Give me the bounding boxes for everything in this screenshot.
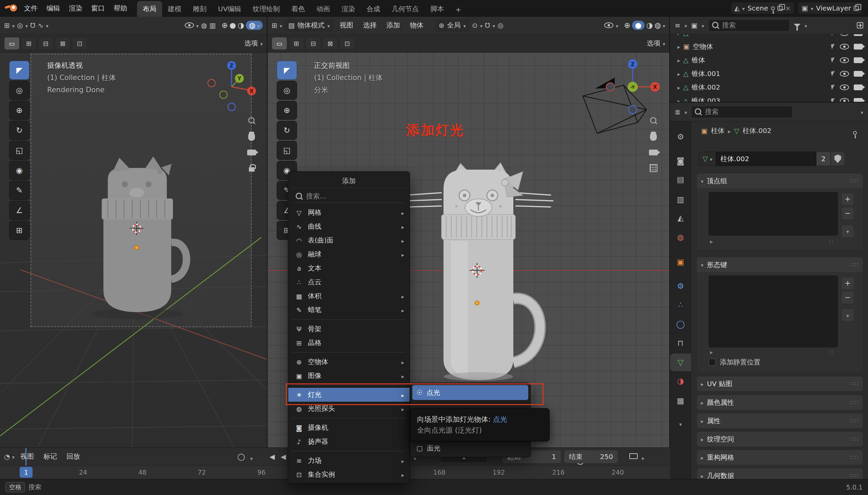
tab-tool[interactable]: ⚙ [670, 128, 691, 146]
selectable-icon[interactable] [831, 98, 836, 102]
menu-item-empty[interactable]: ⊕ 空物体 [288, 355, 410, 369]
add-shape-key-button[interactable]: + [841, 277, 854, 290]
blender-logo-icon[interactable] [5, 4, 17, 12]
select-mode-set-button[interactable]: ▭ [271, 37, 287, 50]
users-count-badge[interactable]: 2 [816, 152, 831, 166]
datablock-name-input[interactable]: 柱体.002 [716, 152, 816, 166]
shape-keys-list[interactable] [709, 275, 838, 347]
tab-scene[interactable]: ◭ [670, 209, 691, 227]
texture-space-panel-header[interactable]: 纹理空间 ∷∷ [697, 431, 863, 446]
tab-compositing[interactable]: 合成 [361, 1, 386, 17]
breadcrumb-data[interactable]: 柱体.002 [743, 126, 772, 135]
disclosure-icon[interactable] [677, 83, 680, 91]
panel-grip-icon[interactable]: ∷∷ [850, 177, 859, 184]
visibility-eye-icon[interactable] [185, 22, 194, 28]
menu-view[interactable]: 视图 [17, 452, 38, 461]
panel-grip-icon[interactable]: ∷∷ [850, 399, 859, 406]
render-visibility-icon[interactable] [854, 44, 863, 50]
select-mode-extend-button[interactable]: ⊞ [288, 37, 304, 50]
menu-help[interactable]: 帮助 [109, 0, 131, 17]
list-filter-expand-icon[interactable]: ▸ [710, 349, 713, 356]
select-mode-intersect-button[interactable]: ⊡ [72, 37, 87, 50]
chevron-down-icon[interactable] [12, 453, 15, 461]
editor-type-3d-icon[interactable]: ⊞ [271, 21, 277, 30]
fake-user-button[interactable] [831, 152, 845, 166]
render-visibility-icon[interactable] [854, 34, 863, 36]
scene-selector[interactable]: ◭ Scene × [731, 2, 795, 14]
tool-move[interactable]: ⊕ [9, 101, 30, 120]
panel-grip-icon[interactable]: ∷∷ [850, 261, 859, 268]
tool-measure[interactable]: ∠ [9, 201, 30, 220]
chevron-down-icon[interactable] [280, 21, 282, 30]
new-collection-icon[interactable] [857, 22, 863, 29]
tab-texture[interactable]: ▦ [670, 392, 691, 410]
tab-render[interactable]: ◙ [670, 152, 691, 170]
tab-world[interactable]: ◍ [670, 228, 691, 246]
close-icon[interactable]: × [785, 4, 791, 12]
list-item-partial[interactable]: △ [670, 34, 868, 40]
falloff-icon[interactable]: ∿ [38, 21, 44, 30]
menu-select[interactable]: 选择 [359, 21, 380, 30]
shading-wireframe-icon[interactable]: ⊕ [222, 21, 228, 30]
menu-item-curve[interactable]: ∿ 曲线 [288, 220, 410, 234]
tool-add-primitive[interactable]: ⊞ [9, 221, 30, 240]
disclosure-icon[interactable] [677, 97, 680, 102]
geometry-data-panel-header[interactable]: 几何数据 ∷∷ [697, 468, 863, 479]
render-visibility-icon[interactable] [854, 57, 863, 63]
shading-wireframe-icon[interactable]: ⊕ [624, 21, 630, 30]
chevron-down-icon[interactable] [493, 21, 495, 30]
tab-overflow-chevron[interactable] [670, 414, 691, 432]
menu-marker[interactable]: 标记 [40, 452, 61, 461]
menu-file[interactable]: 文件 [20, 0, 42, 17]
tab-object-data[interactable]: ▽ [670, 354, 691, 371]
tab-particles[interactable]: ∴ [670, 296, 691, 313]
attributes-panel-header[interactable]: 属性 ∷∷ [697, 413, 863, 428]
chevron-down-icon[interactable] [616, 21, 618, 30]
tool-scale[interactable]: ◱ [277, 141, 297, 160]
tab-geometry-nodes[interactable]: 几何节点 [386, 1, 425, 17]
playhead-current-frame[interactable]: 1 [20, 467, 33, 478]
list-resize-grip-icon[interactable]: ∷ [829, 238, 833, 245]
datablock-type-dropdown[interactable]: ▽ [699, 152, 716, 166]
select-mode-set-button[interactable]: ▭ [4, 37, 20, 50]
selectable-icon[interactable] [831, 44, 836, 49]
menu-playback[interactable]: 回放 [63, 452, 84, 461]
chevron-down-icon[interactable] [685, 108, 687, 116]
tab-texture-paint[interactable]: 纹理绘制 [247, 1, 285, 17]
viewport-left-canvas[interactable]: Z Y X 摄像机透视 (1) Collection | 柱体 Renderin… [0, 53, 267, 447]
cat-character-object[interactable] [405, 163, 553, 381]
tool-annotate[interactable]: ✎ [9, 181, 30, 200]
hide-eye-icon[interactable] [840, 98, 849, 102]
lock-icon[interactable] [249, 167, 255, 172]
list-resize-grip-icon[interactable]: ∷ [829, 349, 833, 356]
tab-modifiers[interactable]: ⚙ [670, 277, 691, 295]
cat-cup-object[interactable] [91, 156, 187, 319]
shading-solid-icon[interactable]: ● [230, 21, 236, 30]
select-mode-intersect-button[interactable]: ⊡ [339, 37, 355, 50]
object-name[interactable]: 锥体 [691, 56, 705, 65]
properties-search-input[interactable]: 搜索 [691, 106, 793, 118]
menu-item-metaball[interactable]: ◎ 融球 [288, 248, 410, 261]
pan-hand-icon[interactable] [248, 133, 255, 141]
pivot-icon[interactable]: ⊙ [472, 21, 478, 30]
chevron-down-icon[interactable] [12, 21, 15, 30]
list-item-cone-003[interactable]: △ 锥体.003 [670, 94, 868, 102]
tab-layout[interactable]: 布局 [137, 1, 162, 17]
disclosure-icon[interactable] [677, 56, 680, 64]
visibility-eye-icon[interactable] [604, 22, 613, 28]
snap-magnet-icon[interactable]: Ω [30, 21, 35, 30]
outliner-search-input[interactable]: 搜索 [708, 19, 790, 32]
hide-eye-icon[interactable] [840, 44, 849, 50]
list-item-empty[interactable]: ▣ 空物体 [670, 40, 868, 53]
object-name[interactable]: 空物体 [693, 42, 713, 51]
menu-item-armature[interactable]: Ψ 骨架 [288, 322, 410, 336]
disclosure-icon[interactable] [677, 34, 680, 37]
camera-view-icon[interactable] [649, 150, 658, 155]
disclosure-icon[interactable] [677, 70, 680, 78]
chevron-down-icon[interactable] [46, 21, 49, 30]
menu-item-lattice[interactable]: ⊞ 晶格 [288, 336, 410, 350]
menu-edit[interactable]: 编辑 [42, 0, 65, 17]
shading-rendered-active[interactable]: ◍ [246, 21, 263, 30]
menu-object[interactable]: 物体 [406, 21, 427, 30]
xray-icon[interactable]: ▥ [210, 21, 216, 30]
